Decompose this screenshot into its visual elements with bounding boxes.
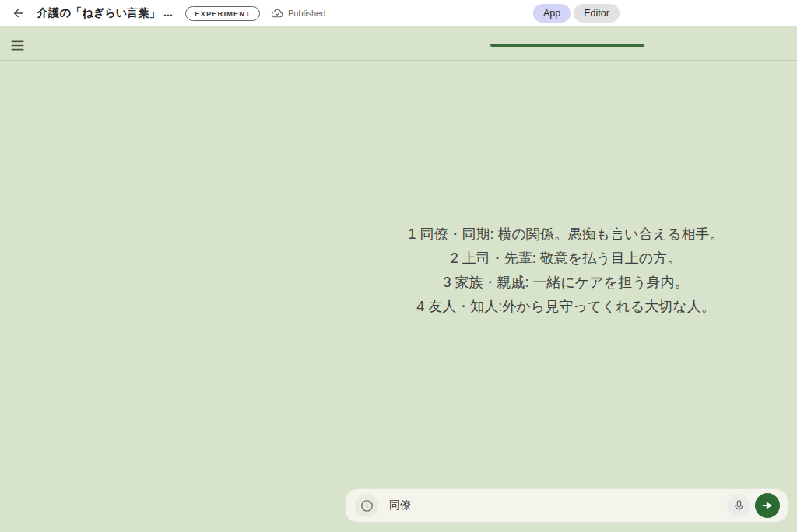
app-area: 1 同僚・同期: 横の関係。愚痴も言い合える相手。 2 上司・先輩: 敬意を払う… [0, 26, 797, 532]
menu-button[interactable] [8, 37, 26, 54]
hamburger-icon [10, 38, 25, 53]
app-toolbar [0, 26, 797, 61]
send-button[interactable] [755, 493, 780, 518]
chat-messages: 1 同僚・同期: 横の関係。愚痴も言い合える相手。 2 上司・先輩: 敬意を払う… [335, 222, 797, 319]
tab-editor[interactable]: Editor [574, 4, 620, 23]
cloud-done-icon [271, 7, 284, 20]
microphone-icon [732, 499, 746, 513]
plus-circle-icon [360, 499, 374, 513]
chat-input[interactable] [389, 499, 722, 512]
progress-bar [490, 44, 644, 47]
send-icon [761, 499, 774, 512]
chat-line: 2 上司・先輩: 敬意を払う目上の方。 [335, 247, 797, 271]
experiment-badge: EXPERIMENT [185, 6, 260, 21]
chat-input-bar [345, 488, 788, 523]
back-button[interactable] [8, 2, 30, 24]
view-toggle: App Editor [533, 4, 620, 23]
page-title: 介護の「ねぎらい言葉」 ... [37, 6, 173, 20]
top-header: 介護の「ねぎらい言葉」 ... EXPERIMENT Published App… [0, 0, 797, 26]
chat-line: 3 家族・親戚: 一緒にケアを担う身内。 [335, 271, 797, 295]
mic-button[interactable] [727, 494, 750, 517]
tab-app[interactable]: App [533, 4, 571, 23]
chat-line: 4 友人・知人:外から見守ってくれる大切な人。 [335, 295, 797, 319]
published-label: Published [288, 9, 325, 18]
add-attachment-button[interactable] [355, 494, 378, 517]
published-status: Published [271, 7, 325, 20]
arrow-left-icon [12, 6, 26, 20]
chat-line: 1 同僚・同期: 横の関係。愚痴も言い合える相手。 [335, 222, 797, 247]
